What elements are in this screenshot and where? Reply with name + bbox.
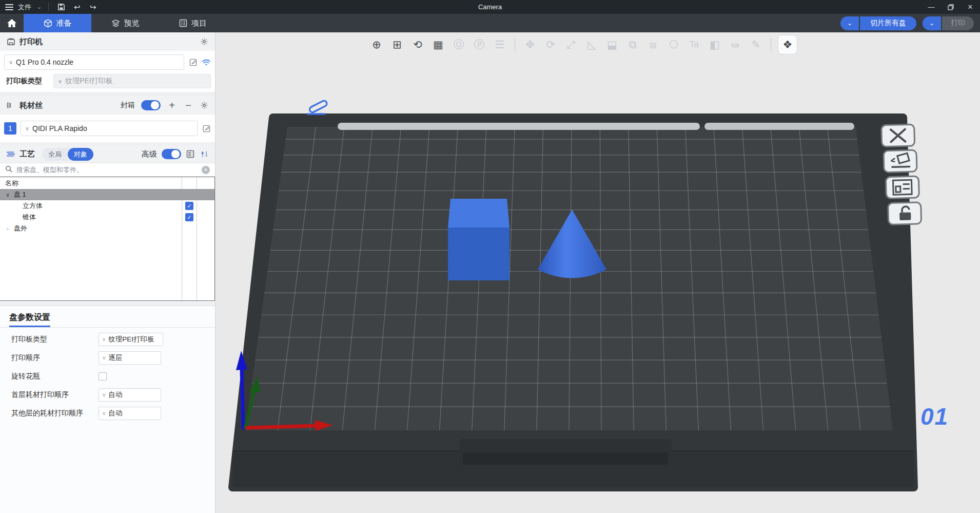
setting-value: 自动 [108, 390, 122, 400]
settings-list-icon[interactable] [186, 149, 195, 159]
slice-button[interactable]: 切片所有盘 [860, 16, 916, 30]
remove-filament-button[interactable]: − [183, 100, 193, 110]
mesh-offset-icon[interactable]: ⧈ [645, 36, 661, 53]
scale-icon[interactable]: ⤢ [563, 36, 579, 53]
board-icon [179, 19, 187, 27]
slice-dropdown-chevron-icon[interactable]: ⌄ [840, 16, 859, 30]
file-menu[interactable]: 文件 [18, 3, 31, 12]
lay-on-face-icon[interactable]: ◺ [583, 36, 600, 53]
tree-row-label: 立方体 [23, 201, 43, 211]
tab-preview[interactable]: 预览 [91, 14, 159, 32]
plate-delete-all-button[interactable] [881, 124, 915, 147]
support-paint-icon[interactable]: ✎ [748, 36, 764, 53]
save-icon[interactable] [55, 3, 67, 12]
minimize-icon[interactable]: — [922, 0, 941, 14]
clear-search-icon[interactable]: ✕ [202, 166, 210, 174]
printer-preset-select[interactable]: ∨ Q1 Pro 0.4 nozzle [4, 54, 184, 70]
first-layer-order-select[interactable]: ∨ 自动 [99, 388, 161, 402]
tree-row-outside-plate[interactable]: › 盘外 [0, 223, 214, 234]
print-button[interactable]: 打印 [942, 16, 974, 30]
process-section-title: 工艺 [19, 149, 35, 159]
maximize-icon[interactable] [941, 0, 961, 14]
app-window: 文件 ⌄ ↩ ↪ Camera — ✕ 准备 预览 [0, 0, 980, 513]
variable-layer-height-icon[interactable]: ☰ [492, 36, 508, 53]
plate-arrange-button[interactable] [886, 176, 919, 199]
fix-model-icon[interactable]: ⎔ [665, 36, 682, 53]
toolbar-separator [771, 38, 771, 51]
search-input[interactable] [16, 166, 198, 174]
visibility-checkbox[interactable] [185, 213, 193, 221]
undo-icon[interactable]: ↩ [71, 3, 83, 12]
printer-section-header: 打印机 [0, 32, 215, 51]
plate-lock-button[interactable] [888, 202, 922, 225]
add-plate-icon[interactable]: ⊞ [389, 36, 405, 53]
tree-header: 名称 [0, 177, 214, 189]
visibility-checkbox[interactable] [185, 202, 193, 210]
chevron-down-icon: ∨ [102, 355, 106, 360]
chevron-down-icon[interactable]: ∨ [4, 192, 12, 198]
setting-label: 打印顺序 [11, 353, 99, 363]
advanced-toggle[interactable] [162, 149, 181, 159]
add-model-icon[interactable]: ⊕ [368, 36, 385, 53]
assembly-view-icon[interactable]: ❖ [778, 35, 797, 54]
measure-icon[interactable]: ⏛ [727, 36, 743, 53]
setting-value: 纹理PEI打印板 [108, 335, 154, 344]
chevron-right-icon[interactable]: › [4, 225, 12, 232]
add-filament-button[interactable]: + [167, 100, 177, 110]
model-cube[interactable] [448, 199, 509, 280]
compare-presets-icon[interactable] [200, 149, 209, 159]
tabbar: 准备 预览 项目 ⌄ 切片所有盘 ⌄ 打印 [0, 14, 980, 32]
scope-objects[interactable]: 对象 [68, 148, 93, 161]
filament-preset-select[interactable]: ∨ QIDI PLA Rapido [21, 121, 198, 136]
redo-icon[interactable]: ↪ [87, 3, 99, 12]
plate-auto-orient-button[interactable] [884, 150, 917, 173]
tab-project[interactable]: 项目 [159, 14, 227, 32]
text-tool-icon[interactable]: Ta [686, 36, 702, 53]
tree-row-cube[interactable]: 立方体 [0, 200, 214, 212]
printer-bed [232, 118, 914, 487]
cut-icon[interactable]: ⬓ [604, 36, 620, 53]
plate-tab-strip [704, 123, 854, 130]
edit-preset-icon[interactable] [188, 58, 198, 67]
advanced-label: 高级 [142, 149, 157, 159]
mesh-boolean-icon[interactable]: ⧉ [624, 36, 641, 53]
filament-slot-badge[interactable]: 1 [4, 122, 16, 135]
plate-name-edit-icon[interactable] [307, 100, 328, 114]
filament-icon [6, 101, 15, 110]
menu-icon[interactable] [5, 4, 13, 10]
edit-filament-icon[interactable] [202, 124, 211, 133]
gear-icon[interactable] [200, 37, 209, 46]
print-dropdown-chevron-icon[interactable]: ⌄ [923, 16, 941, 30]
split-to-objects-icon[interactable]: Ⓞ [450, 36, 467, 53]
tree-row-cone[interactable]: 锥体 [0, 212, 214, 223]
scope-global[interactable]: 全局 [42, 148, 68, 161]
tab-prepare[interactable]: 准备 [24, 14, 91, 32]
color-paint-icon[interactable]: ◧ [707, 36, 723, 53]
tree-row-label: 锥体 [23, 213, 36, 222]
viewport-3d[interactable]: ⊕ ⊞ ⟲ ▦ Ⓞ Ⓟ ☰ ✥ ⟳ ⤢ ◺ ⬓ ⧉ ⧈ ⎔ Ta ◧ ⏛ ✎ [215, 32, 980, 513]
print-split-button: ⌄ 打印 [923, 16, 974, 30]
tree-row-plate[interactable]: ∨ 盘 1 [0, 189, 214, 200]
split-to-parts-icon[interactable]: Ⓟ [471, 36, 487, 53]
plate-type-setting-select[interactable]: ∨ 纹理PEI打印板 [99, 333, 163, 346]
chevron-down-icon[interactable]: ⌄ [37, 4, 42, 10]
arrange-icon[interactable]: ▦ [430, 36, 446, 53]
window-title: Camera [0, 3, 980, 11]
home-button[interactable] [0, 14, 24, 32]
chevron-down-icon: ∨ [102, 392, 106, 397]
process-icon [6, 149, 15, 159]
wifi-connection-icon[interactable] [202, 58, 211, 67]
rotate-icon[interactable]: ⟳ [542, 36, 559, 53]
plate-number-label: 01 [920, 403, 949, 430]
print-order-select[interactable]: ∨ 逐层 [99, 351, 161, 365]
setting-value: 逐层 [108, 353, 122, 363]
move-icon[interactable]: ✥ [522, 36, 538, 53]
auto-orient-icon[interactable]: ⟲ [409, 36, 426, 53]
plate-type-select[interactable]: ∨ 纹理PEI打印板 [53, 74, 211, 88]
gear-icon[interactable] [200, 101, 209, 110]
sidebar: 打印机 ∨ Q1 Pro 0.4 nozzle [0, 32, 215, 513]
close-icon[interactable]: ✕ [961, 0, 980, 14]
box-toggle[interactable] [141, 100, 161, 110]
other-layers-order-select[interactable]: ∨ 自动 [99, 407, 161, 420]
spiral-vase-checkbox[interactable] [99, 372, 107, 381]
